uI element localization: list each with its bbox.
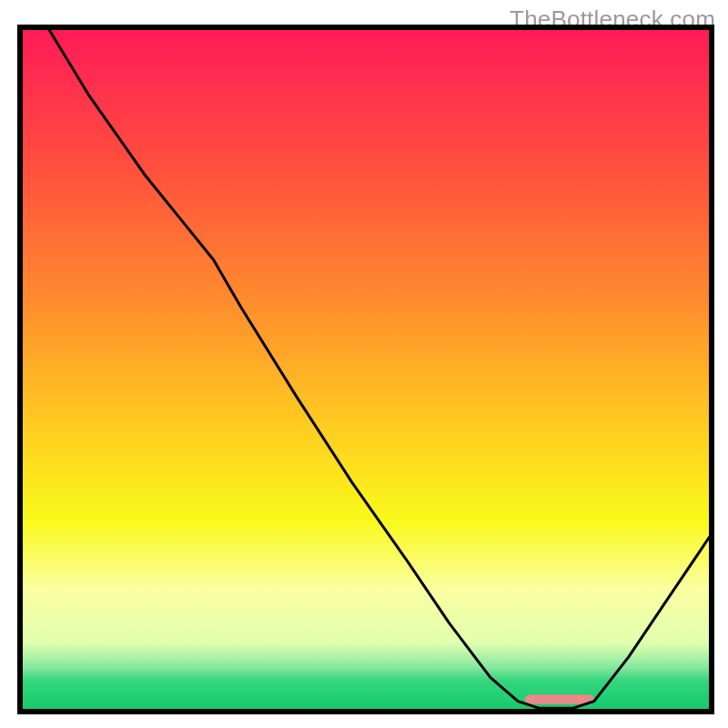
chart-frame: TheBottleneck.com <box>0 0 728 728</box>
optimal-range-bar <box>525 694 594 704</box>
plot-background <box>20 27 712 712</box>
bottleneck-chart <box>0 0 728 728</box>
